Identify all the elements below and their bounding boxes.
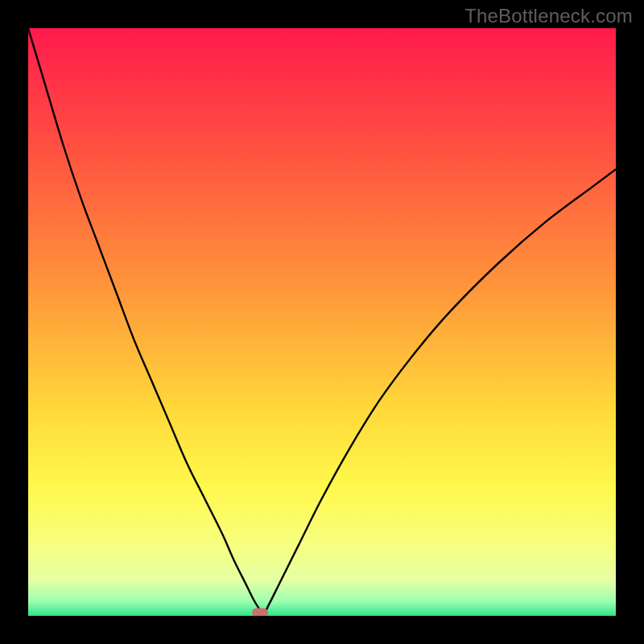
plot-area: [28, 28, 616, 616]
chart-frame: TheBottleneck.com: [0, 0, 644, 644]
optimal-marker: [252, 608, 268, 616]
bottleneck-curve: [28, 28, 616, 616]
watermark-text: TheBottleneck.com: [464, 5, 633, 27]
